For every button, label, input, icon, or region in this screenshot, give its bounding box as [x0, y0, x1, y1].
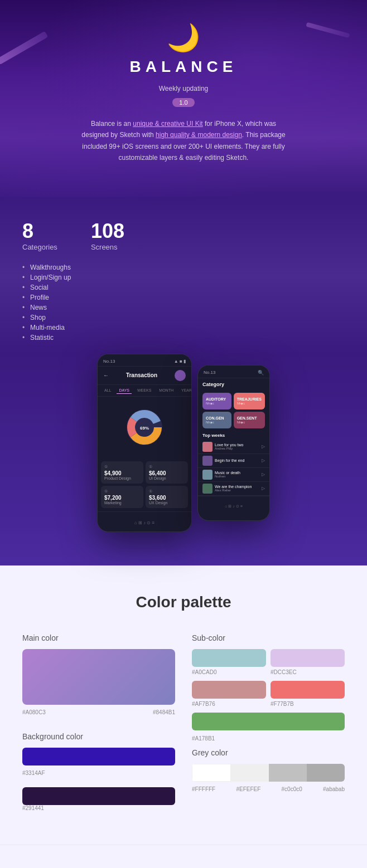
- svg-text:69%: 69%: [140, 426, 149, 431]
- palette-columns: Main color #A080C3 #8484B1 Background co…: [22, 633, 345, 817]
- bg-color-section: Background color #3314AF #291441: [22, 732, 175, 811]
- top-week-item[interactable]: Begin for the end ▷: [198, 454, 269, 468]
- category-card-gensent[interactable]: GEN.SENT Nhạc: [234, 412, 265, 428]
- grey-swatches: [192, 764, 345, 782]
- play-icon[interactable]: ▷: [262, 472, 265, 477]
- feature-list: Walkthroughs Login/Sign up Social Profil…: [22, 262, 345, 343]
- phone-header-secondary: No.13 🔍: [198, 365, 269, 378]
- grey-swatch-white: [192, 764, 231, 782]
- track-info: Begin for the end: [215, 459, 259, 462]
- donut-chart: 69%: [119, 402, 170, 452]
- track-name: Begin for the end: [215, 459, 259, 462]
- track-artist: Nuthen: [215, 475, 259, 478]
- grey-labels: #FFFFFF #EFEFEF #c0c0c0 #ababab: [192, 786, 345, 792]
- top-week-item[interactable]: We are the champion Alex Relier ▷: [198, 482, 269, 496]
- phone-device-num: No.13: [103, 359, 115, 364]
- phone-secondary: No.13 🔍 Category AUDITORY Nhạc TREAJURIE…: [197, 365, 270, 521]
- sub-swatch-label-coral: #F77B7B: [271, 701, 345, 707]
- back-icon[interactable]: ←: [103, 372, 109, 378]
- transaction-label: Product Design: [104, 476, 140, 480]
- cat-name: CON.GEN: [206, 416, 228, 420]
- track-info: We are the champion Alex Relier: [215, 485, 259, 492]
- grey-swatch-mid: [269, 764, 307, 782]
- transaction-amount: $3,600: [149, 495, 185, 501]
- transaction-rank: ①: [104, 465, 140, 469]
- phone-title-bar: ← Transaction: [98, 367, 191, 385]
- spacer: [22, 782, 175, 787]
- cat-name: AUDITORY: [206, 397, 228, 401]
- phone-device-num-2: No.13: [204, 370, 215, 375]
- main-color-swatch: [22, 649, 175, 705]
- phone-tabs[interactable]: ALL DAYS WEEKS MONTH YEARS: [98, 385, 191, 397]
- transaction-rank: ①: [104, 489, 140, 494]
- sub-swatch-label-rose: #AF7B76: [192, 701, 266, 707]
- categories-label: Categories: [22, 243, 57, 251]
- hero-section: 🌙 BALANCE Weekly updating 1.0 Balance is…: [0, 0, 367, 197]
- play-icon[interactable]: ▷: [262, 458, 265, 463]
- transaction-card: ① $7,200 Marketing: [101, 486, 143, 508]
- sub-swatch-coral: [271, 681, 345, 699]
- phone-status-icons: ▲ ■ ▮: [174, 359, 186, 364]
- sub-swatch-label-lavender: #DCC3EC: [271, 669, 345, 675]
- play-icon[interactable]: ▷: [262, 486, 265, 491]
- tab-weeks[interactable]: WEEKS: [135, 387, 153, 394]
- category-card-congen[interactable]: CON.GEN Nhạc: [202, 412, 231, 428]
- tab-all[interactable]: ALL: [102, 387, 113, 394]
- cat-name: TREAJURIES: [237, 397, 262, 401]
- version-badge: 1.0: [172, 98, 194, 107]
- top-week-item[interactable]: Love for you two Andres Play ▷: [198, 440, 269, 454]
- transactions-grid: ① $4,900 Product Design ① $6,400 UI Desi…: [98, 458, 191, 511]
- categories-stat: 8 Categories: [22, 220, 57, 251]
- category-title: Category: [198, 378, 269, 391]
- grey-swatch-light: [231, 764, 269, 782]
- category-card-treasuries[interactable]: TREAJURIES Nhạc: [234, 393, 265, 409]
- screens-stat: 108 Screens: [91, 220, 124, 251]
- transaction-amount: $7,200: [104, 495, 140, 501]
- list-item: Social: [22, 282, 345, 292]
- sub-swatch-row-3: [192, 713, 345, 730]
- main-color-left-label: #A080C3: [22, 709, 46, 715]
- screens-label: Screens: [91, 243, 124, 251]
- track-name: We are the champion: [215, 485, 259, 489]
- phone-search-icon[interactable]: 🔍: [258, 370, 264, 376]
- tab-month[interactable]: MONTH: [157, 387, 176, 394]
- stats-section: 8 Categories 108 Screens Walkthroughs Lo…: [0, 197, 367, 354]
- transaction-label: UX Design: [149, 501, 185, 505]
- play-icon[interactable]: ▷: [262, 444, 265, 449]
- list-item: Shop: [22, 313, 345, 323]
- track-info: Love for you two Andres Play: [215, 443, 259, 450]
- top-weeks-title: Top weeks: [198, 431, 269, 440]
- tab-years[interactable]: YEARS: [179, 387, 192, 394]
- tab-days[interactable]: DAYS: [117, 387, 132, 394]
- cat-sub: Nhạc: [206, 401, 228, 405]
- transaction-rank: ①: [149, 489, 185, 494]
- transaction-card: ① $6,400 UI Design: [146, 461, 188, 484]
- sub-swatch-label-teal: #A0CAD0: [192, 669, 266, 675]
- grey-label-1: #FFFFFF: [192, 786, 215, 792]
- top-week-item[interactable]: Music or death Nuthen ▷: [198, 468, 269, 482]
- main-color-col: Main color #A080C3 #8484B1 Background co…: [22, 633, 175, 817]
- sub-swatch-labels-1: #A0CAD0 #DCC3EC: [192, 669, 345, 675]
- list-item: Statistic: [22, 333, 345, 343]
- moon-icon: 🌙: [11, 22, 356, 53]
- list-item: News: [22, 303, 345, 313]
- stats-row: 8 Categories 108 Screens: [22, 220, 345, 251]
- category-card-auditory[interactable]: AUDITORY Nhạc: [202, 393, 231, 409]
- track-name: Music or death: [215, 471, 259, 475]
- bg-label-1: #3314AF: [22, 770, 175, 776]
- list-item: Walkthroughs: [22, 262, 345, 272]
- track-name: Love for you two: [215, 443, 259, 447]
- track-artist: Andres Play: [215, 447, 259, 450]
- transaction-card: ① $4,900 Product Design: [101, 461, 143, 484]
- categories-count: 8: [22, 220, 57, 243]
- phones-section: No.13 ▲ ■ ▮ ← Transaction ALL DAYS WEEKS…: [0, 354, 367, 565]
- transaction-label: UI Design: [149, 476, 185, 480]
- screens-count: 108: [91, 220, 124, 243]
- transaction-amount: $4,900: [104, 470, 140, 476]
- category-grid: AUDITORY Nhạc TREAJURIES Nhạc CON.GEN Nh…: [198, 391, 269, 431]
- sub-swatch-row-1: [192, 649, 345, 667]
- grey-label-3: #c0c0c0: [282, 786, 302, 792]
- phone-nav-bar: ⌂ ⊞ ♪ ⊙ ≡: [98, 511, 191, 531]
- list-item: Profile: [22, 292, 345, 303]
- bg-swatch-1: [22, 748, 175, 765]
